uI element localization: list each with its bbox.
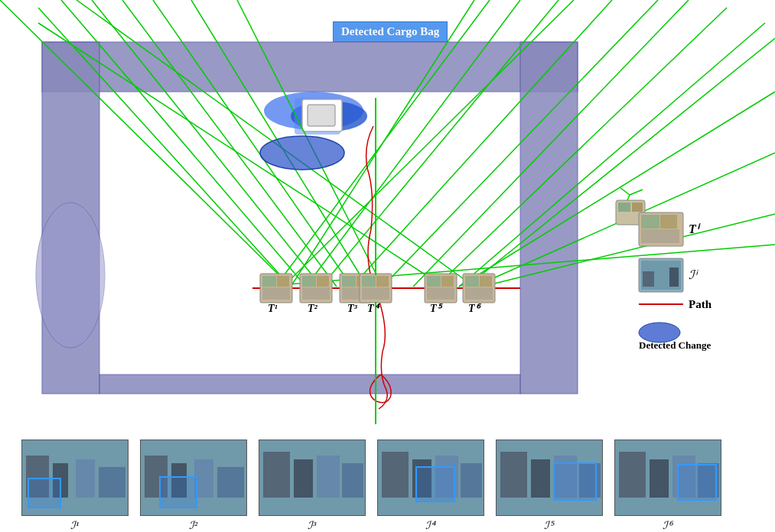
- svg-rect-106: [317, 456, 340, 498]
- thumbnail-image-6: [614, 440, 721, 516]
- svg-rect-67: [465, 287, 493, 300]
- svg-rect-109: [382, 452, 409, 498]
- thumbnail-item-6: ℐ⁶: [608, 440, 727, 532]
- svg-rect-77: [641, 215, 659, 229]
- svg-rect-39: [632, 203, 643, 212]
- thumbnail-image-3: [259, 440, 366, 516]
- svg-rect-11: [308, 105, 335, 126]
- svg-rect-121: [619, 452, 646, 498]
- svg-rect-83: [643, 271, 654, 287]
- main-container: T¹ T² T³ T⁴ T⁵ T⁶ Tⁱ ℐⁱ Path Detected Ch…: [0, 0, 775, 532]
- svg-rect-78: [660, 215, 677, 229]
- svg-text:T⁵: T⁵: [430, 303, 443, 314]
- thumbnails-row: ℐ¹ ℐ²: [15, 429, 757, 532]
- svg-text:T²: T²: [308, 303, 318, 314]
- thumbnail-image-4: [377, 440, 484, 516]
- thumbnail-item-2: ℐ²: [134, 440, 252, 532]
- svg-rect-104: [263, 452, 290, 498]
- svg-rect-84: [669, 268, 679, 287]
- svg-point-90: [260, 136, 344, 170]
- svg-rect-47: [262, 287, 290, 300]
- svg-rect-102: [160, 477, 197, 508]
- svg-rect-58: [376, 276, 389, 287]
- svg-rect-122: [650, 459, 669, 498]
- thumbnail-item-4: ℐ⁴: [371, 440, 490, 532]
- thumbnail-item-3: ℐ³: [252, 440, 371, 532]
- svg-text:T¹: T¹: [268, 303, 278, 314]
- thumbnail-label-3: ℐ³: [308, 519, 316, 532]
- svg-rect-51: [302, 287, 330, 300]
- svg-rect-96: [28, 478, 60, 508]
- svg-rect-107: [342, 463, 363, 498]
- svg-text:T³: T³: [347, 303, 358, 314]
- svg-rect-62: [441, 276, 454, 287]
- thumbnail-image-2: [140, 440, 247, 516]
- svg-rect-4: [99, 375, 520, 394]
- svg-rect-61: [427, 276, 441, 287]
- thumbnail-image-5: [496, 440, 603, 516]
- svg-rect-45: [262, 276, 276, 287]
- thumbnail-label-2: ℐ²: [189, 519, 197, 532]
- svg-text:Detected Change: Detected Change: [639, 339, 711, 351]
- thumbnail-label-4: ℐ⁴: [425, 519, 435, 532]
- cargo-bag-label: Detected Cargo Bag: [333, 21, 448, 42]
- svg-rect-49: [302, 276, 316, 287]
- svg-rect-63: [427, 287, 454, 300]
- thumbnail-item-5: ℐ⁵: [490, 440, 608, 532]
- svg-rect-53: [342, 276, 356, 287]
- svg-rect-105: [294, 459, 313, 498]
- svg-rect-59: [362, 287, 389, 300]
- svg-rect-95: [99, 467, 125, 498]
- svg-rect-115: [500, 452, 527, 498]
- svg-rect-46: [277, 276, 289, 287]
- svg-rect-101: [217, 467, 244, 498]
- svg-text:T⁴: T⁴: [367, 303, 380, 314]
- svg-rect-112: [461, 463, 482, 498]
- svg-rect-125: [678, 465, 716, 500]
- svg-text:Path: Path: [689, 298, 712, 310]
- svg-rect-79: [641, 229, 679, 243]
- thumbnail-label-1: ℐ¹: [70, 519, 79, 532]
- svg-rect-3: [520, 42, 578, 394]
- thumbnail-label-5: ℐ⁵: [544, 519, 554, 532]
- visualization-svg: T¹ T² T³ T⁴ T⁵ T⁶ Tⁱ ℐⁱ Path Detected Ch…: [0, 0, 775, 428]
- svg-rect-94: [76, 459, 95, 498]
- svg-rect-65: [465, 276, 479, 287]
- svg-rect-57: [362, 276, 376, 287]
- svg-rect-66: [480, 276, 492, 287]
- thumbnail-image-1: [21, 440, 129, 516]
- thumbnail-label-6: ℐ⁶: [663, 519, 672, 532]
- svg-rect-113: [416, 467, 454, 501]
- svg-rect-119: [554, 463, 596, 500]
- thumbnail-item-1: ℐ¹: [15, 440, 134, 532]
- svg-rect-38: [618, 203, 630, 212]
- svg-rect-1: [42, 42, 578, 92]
- svg-rect-116: [531, 459, 550, 498]
- svg-rect-50: [317, 276, 329, 287]
- svg-point-5: [36, 203, 105, 348]
- svg-text:T⁶: T⁶: [468, 303, 481, 314]
